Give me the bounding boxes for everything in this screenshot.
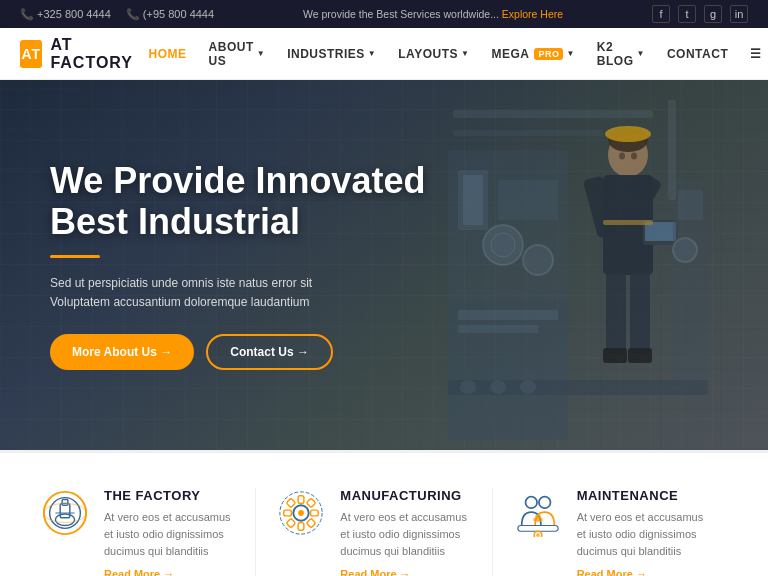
svg-rect-3 (498, 180, 558, 220)
features-section: THE FACTORY At vero eos et accusamus et … (0, 450, 768, 576)
nav-item-home[interactable]: HOME (139, 41, 197, 67)
feature-manufacturing-title: MANUFACTURING (340, 488, 471, 503)
nav-link-mega[interactable]: MEGA PRO ▼ (481, 41, 584, 67)
nav-item-hamburger[interactable]: ☰ (740, 41, 768, 67)
feature-factory-text: THE FACTORY At vero eos et accusamus et … (104, 488, 235, 576)
explore-link[interactable]: Explore Here (502, 8, 563, 20)
feature-factory: THE FACTORY At vero eos et accusamus et … (40, 488, 256, 576)
svg-rect-46 (298, 523, 304, 531)
svg-point-44 (298, 510, 304, 516)
feature-factory-desc: At vero eos et accusamus et iusto odio d… (104, 509, 235, 560)
svg-rect-57 (535, 515, 541, 519)
svg-rect-48 (311, 510, 319, 516)
svg-point-6 (523, 245, 553, 275)
feature-maintenance: MAINTENANCE At vero eos et accusamus et … (493, 488, 728, 576)
contact-info: 📞 +325 800 4444 📞 (+95 800 4444 (20, 8, 214, 21)
social-twitter[interactable]: t (678, 5, 696, 23)
svg-rect-23 (603, 348, 627, 363)
svg-rect-33 (453, 110, 653, 118)
svg-point-27 (619, 153, 625, 160)
hamburger-button[interactable]: ☰ (740, 41, 768, 67)
phone-2: 📞 (+95 800 4444 (126, 8, 214, 21)
svg-rect-49 (286, 498, 296, 508)
feature-manufacturing-text: MANUFACTURING At vero eos et accusamus e… (340, 488, 471, 576)
social-google[interactable]: g (704, 5, 722, 23)
nav-item-layouts[interactable]: LAYOUTS ▼ (388, 41, 479, 67)
social-links: f t g in (652, 5, 748, 23)
nav-item-contact[interactable]: CONTACT (657, 41, 738, 67)
hero-title: We Provide Innovated Best Industrial (50, 160, 425, 243)
svg-point-38 (55, 514, 74, 526)
feature-maintenance-readmore[interactable]: Read More → (577, 568, 708, 576)
feature-manufacturing-desc: At vero eos et accusamus et iusto odio d… (340, 509, 471, 560)
svg-rect-40 (62, 500, 68, 506)
navbar: AT AT FACTORY HOME ABOUT US ▼ INDUSTRIES… (0, 28, 768, 80)
nav-link-industries[interactable]: INDUSTRIES ▼ (277, 41, 386, 67)
feature-factory-icon (40, 488, 90, 538)
feature-maintenance-desc: At vero eos et accusamus et iusto odio d… (577, 509, 708, 560)
nav-link-contact[interactable]: CONTACT (657, 41, 738, 67)
social-linkedin[interactable]: in (730, 5, 748, 23)
feature-maintenance-title: MAINTENANCE (577, 488, 708, 503)
logo: AT AT FACTORY (20, 36, 139, 72)
tagline: We provide the Best Services worldwide..… (303, 8, 563, 20)
feature-manufacturing: MANUFACTURING At vero eos et accusamus e… (256, 488, 492, 576)
nav-link-blog[interactable]: K2 BLOG ▼ (587, 34, 655, 74)
nav-link-about[interactable]: ABOUT US ▼ (199, 34, 276, 74)
svg-rect-50 (307, 498, 317, 508)
nav-item-about[interactable]: ABOUT US ▼ (199, 34, 276, 74)
feature-factory-readmore[interactable]: Read More → (104, 568, 235, 576)
svg-rect-35 (453, 130, 603, 136)
svg-point-32 (678, 243, 692, 257)
svg-rect-22 (630, 273, 650, 353)
svg-point-55 (539, 497, 551, 509)
svg-rect-47 (284, 510, 292, 516)
nav-link-home[interactable]: HOME (139, 41, 197, 67)
top-bar: 📞 +325 800 4444 📞 (+95 800 4444 We provi… (0, 0, 768, 28)
logo-icon: AT (20, 40, 42, 68)
svg-rect-34 (668, 100, 676, 200)
svg-rect-25 (603, 220, 653, 225)
feature-factory-title: THE FACTORY (104, 488, 235, 503)
svg-rect-52 (307, 518, 317, 528)
nav-item-industries[interactable]: INDUSTRIES ▼ (277, 41, 386, 67)
feature-manufacturing-icon (276, 488, 326, 538)
social-facebook[interactable]: f (652, 5, 670, 23)
svg-point-12 (490, 380, 506, 394)
hero-worker-illustration (448, 100, 708, 440)
svg-point-26 (605, 126, 651, 142)
svg-rect-21 (606, 273, 626, 353)
phone-1: 📞 +325 800 4444 (20, 8, 111, 21)
svg-point-60 (536, 533, 540, 537)
hero-divider (50, 255, 100, 258)
feature-manufacturing-readmore[interactable]: Read More → (340, 568, 471, 576)
svg-rect-10 (448, 380, 708, 395)
svg-rect-58 (517, 525, 557, 531)
nav-link-layouts[interactable]: LAYOUTS ▼ (388, 41, 479, 67)
logo-text: AT FACTORY (50, 36, 138, 72)
svg-rect-51 (286, 518, 296, 528)
svg-point-11 (460, 380, 476, 394)
hero-contact-button[interactable]: Contact Us → (206, 334, 333, 370)
hero-content: We Provide Innovated Best Industrial Sed… (0, 160, 475, 370)
svg-rect-45 (298, 496, 304, 504)
svg-point-13 (520, 380, 536, 394)
svg-point-5 (491, 233, 515, 257)
svg-point-54 (525, 497, 537, 509)
hero-section: We Provide Innovated Best Industrial Sed… (0, 80, 768, 450)
hero-buttons: More About Us → Contact Us → (50, 334, 425, 370)
hero-description: Sed ut perspiciatis unde omnis iste natu… (50, 274, 370, 312)
hero-about-button[interactable]: More About Us → (50, 334, 194, 370)
svg-point-28 (631, 153, 637, 160)
svg-rect-30 (678, 190, 703, 220)
nav-links: HOME ABOUT US ▼ INDUSTRIES ▼ LAYOUTS ▼ M… (139, 34, 768, 74)
nav-item-blog[interactable]: K2 BLOG ▼ (587, 34, 655, 74)
nav-item-mega[interactable]: MEGA PRO ▼ (481, 41, 584, 67)
feature-maintenance-text: MAINTENANCE At vero eos et accusamus et … (577, 488, 708, 576)
feature-maintenance-icon (513, 488, 563, 538)
svg-rect-24 (628, 348, 652, 363)
